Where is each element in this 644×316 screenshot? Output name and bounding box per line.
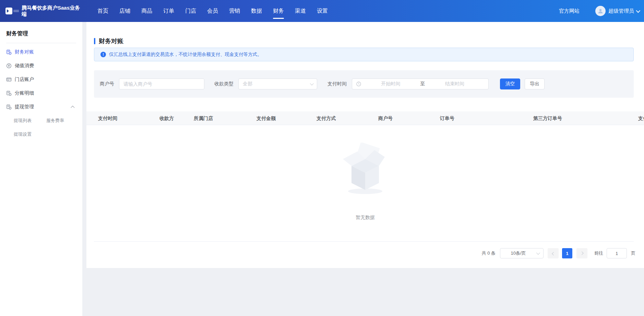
withdraw-icon bbox=[6, 104, 12, 110]
col-order-id: 订单号 bbox=[440, 111, 454, 125]
split-detail-icon bbox=[6, 90, 12, 96]
empty-state-text: 暂无数据 bbox=[86, 215, 644, 221]
info-alert: ! 仅汇总线上支付渠道的交易流水，不统计使用余额支付、现金支付等方式。 bbox=[94, 48, 634, 61]
brand-caption-lines bbox=[13, 9, 19, 13]
stored-value-icon bbox=[6, 63, 12, 69]
sidebar-item-label: 储值消费 bbox=[15, 63, 34, 69]
clock-icon bbox=[356, 82, 361, 86]
sidebar-item-split-detail[interactable]: 分账明细 bbox=[0, 86, 82, 100]
chevron-up-icon[interactable] bbox=[71, 106, 74, 109]
sidebar-subitem-service-rate[interactable]: 服务费率 bbox=[46, 118, 64, 124]
merchant-id-label: 商户号 bbox=[100, 81, 114, 87]
payment-type-label: 收款类型 bbox=[214, 81, 234, 87]
chevron-down-icon bbox=[536, 251, 540, 255]
person-icon bbox=[597, 8, 604, 14]
alert-message: 仅汇总线上支付渠道的交易流水，不统计使用余额支付、现金支付等方式。 bbox=[109, 51, 262, 58]
col-payment-time: 支付时间 bbox=[98, 111, 117, 125]
sidebar-subitem-withdraw-list[interactable]: 提现列表 bbox=[14, 118, 32, 124]
col-store: 所属门店 bbox=[194, 111, 213, 125]
sidebar: 财务管理 财务对账 储值消费 门店账户 分账明细 bbox=[0, 22, 82, 316]
sidebar-subrow: 提现列表 服务费率 bbox=[0, 114, 82, 127]
sidebar-item-label: 分账明细 bbox=[15, 90, 34, 96]
payment-type-select[interactable]: 全部 bbox=[238, 78, 317, 89]
store-account-icon bbox=[6, 77, 12, 82]
nav-item-shop[interactable]: 店铺 bbox=[119, 0, 130, 22]
user-name[interactable]: 超级管理员 bbox=[608, 8, 634, 14]
pagination: 共 0 条 10条/页 1 前往 页 bbox=[482, 248, 635, 259]
nav-item-members[interactable]: 会员 bbox=[207, 0, 218, 22]
chevron-down-icon bbox=[310, 82, 314, 85]
merchant-id-field-wrap bbox=[119, 78, 204, 89]
main-content-card: 财务对账 ! 仅汇总线上支付渠道的交易流水，不统计使用余额支付、现金支付等方式。… bbox=[86, 22, 644, 268]
topbar-right: 官方网站 超级管理员 bbox=[559, 0, 639, 22]
sidebar-item-stored-value[interactable]: 储值消费 bbox=[0, 59, 82, 73]
nav-item-data[interactable]: 数据 bbox=[251, 0, 262, 22]
nav-item-home[interactable]: 首页 bbox=[97, 0, 108, 22]
user-avatar[interactable] bbox=[595, 6, 606, 16]
sidebar-item-label: 财务对账 bbox=[15, 49, 34, 55]
goto-label: 前往 bbox=[594, 250, 603, 256]
official-site-link[interactable]: 官方网站 bbox=[559, 8, 580, 14]
sidebar-subrow: 提现设置 bbox=[0, 127, 82, 141]
export-button[interactable]: 导出 bbox=[525, 78, 545, 89]
col-amount: 支付金额 bbox=[257, 111, 276, 125]
page-title: 财务对账 bbox=[94, 37, 123, 45]
table-header-row: 支付时间 收款方 所属门店 支付金额 支付方式 商户号 订单号 第三方订单号 支… bbox=[86, 111, 644, 125]
next-page-button[interactable] bbox=[576, 248, 587, 258]
sidebar-item-label: 提现管理 bbox=[15, 104, 34, 110]
col-clipped: 支付 bbox=[638, 111, 644, 125]
brand-logo-icon bbox=[5, 8, 12, 14]
brand: 腾马餐饮多商户Saas业务端 bbox=[5, 0, 84, 22]
col-payment-method: 支付方式 bbox=[317, 111, 336, 125]
nav-item-marketing[interactable]: 营销 bbox=[229, 0, 240, 22]
col-merchant-id: 商户号 bbox=[378, 111, 393, 125]
sidebar-item-store-account[interactable]: 门店账户 bbox=[0, 73, 82, 86]
payment-time-range-picker[interactable]: 开始时间 至 结束时间 bbox=[352, 78, 489, 89]
nav-item-orders[interactable]: 订单 bbox=[163, 0, 174, 22]
reconcile-icon bbox=[6, 49, 12, 55]
title-accent-bar bbox=[94, 38, 95, 44]
footer-divider bbox=[94, 241, 634, 242]
page-size-value: 10条/页 bbox=[500, 250, 536, 256]
sidebar-title: 财务管理 bbox=[0, 22, 82, 37]
goto-page-input[interactable] bbox=[607, 248, 627, 258]
sidebar-subitem-withdraw-settings[interactable]: 提现设置 bbox=[14, 131, 32, 137]
clear-button[interactable]: 清空 bbox=[500, 78, 520, 89]
sidebar-item-label: 门店账户 bbox=[15, 76, 34, 83]
nav-item-settings[interactable]: 设置 bbox=[317, 0, 328, 22]
chevron-left-icon bbox=[552, 252, 555, 255]
payment-time-label: 支付时间 bbox=[327, 81, 347, 87]
sidebar-divider bbox=[6, 43, 76, 43]
filter-panel: 商户号 收款类型 全部 支付时间 开始时间 至 结束时间 清空 导出 bbox=[94, 70, 634, 98]
merchant-id-input[interactable] bbox=[119, 79, 204, 89]
info-icon: ! bbox=[100, 52, 106, 57]
start-time-placeholder[interactable]: 开始时间 bbox=[361, 81, 420, 87]
nav-item-channels[interactable]: 渠道 bbox=[295, 0, 306, 22]
payment-type-value: 全部 bbox=[243, 81, 252, 87]
nav-item-goods[interactable]: 商品 bbox=[141, 0, 152, 22]
total-count: 共 0 条 bbox=[482, 250, 496, 256]
chevron-down-icon[interactable] bbox=[636, 8, 641, 13]
end-time-placeholder[interactable]: 结束时间 bbox=[425, 81, 485, 87]
main-nav: 首页 店铺 商品 订单 门店 会员 营销 数据 财务 渠道 设置 bbox=[97, 0, 328, 22]
nav-item-stores[interactable]: 门店 bbox=[185, 0, 196, 22]
nav-item-finance[interactable]: 财务 bbox=[273, 0, 284, 22]
chevron-right-icon bbox=[580, 251, 583, 255]
date-range-separator: 至 bbox=[420, 81, 425, 87]
col-third-party-order-id: 第三方订单号 bbox=[533, 111, 562, 125]
topbar: 腾马餐饮多商户Saas业务端 首页 店铺 商品 订单 门店 会员 营销 数据 财… bbox=[0, 0, 644, 22]
empty-state-illustration bbox=[336, 143, 394, 202]
sidebar-item-withdraw[interactable]: 提现管理 bbox=[0, 100, 82, 114]
sidebar-item-reconcile[interactable]: 财务对账 bbox=[0, 45, 82, 59]
goto-suffix: 页 bbox=[631, 250, 635, 256]
brand-title: 腾马餐饮多商户Saas业务端 bbox=[22, 5, 84, 17]
col-payee: 收款方 bbox=[159, 111, 174, 125]
page-size-select[interactable]: 10条/页 bbox=[500, 248, 544, 258]
current-page-button[interactable]: 1 bbox=[562, 248, 572, 258]
empty-box-icon bbox=[336, 143, 394, 201]
prev-page-button[interactable] bbox=[548, 248, 559, 258]
